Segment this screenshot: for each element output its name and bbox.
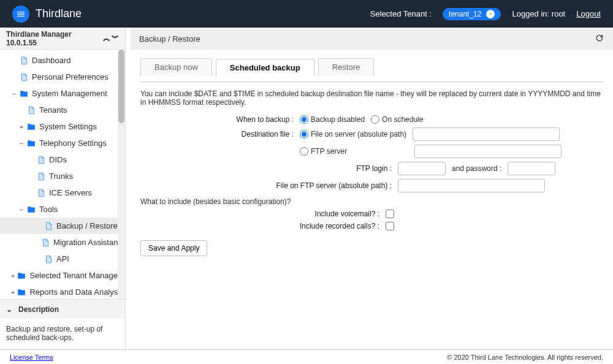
logged-in-label: Logged in: root (512, 9, 565, 18)
nav-item-label: ICE Servers (49, 188, 92, 197)
label-ftp-file: File on FTP server (absolute path) : (140, 181, 398, 190)
nav-item[interactable]: Dashboard (0, 52, 125, 69)
help-text: You can include $DATE and $TIME in sched… (140, 89, 603, 107)
expand-icon[interactable]: + (18, 123, 25, 131)
input-ftp-server[interactable] (414, 145, 562, 158)
radio-file-on-server[interactable]: File on server (absolute path) (300, 130, 406, 138)
input-ftp-login[interactable] (398, 162, 446, 175)
nav-item-label: Migration Assistant (53, 238, 120, 247)
main-panel: Backup / Restore Backup nowScheduled bac… (126, 28, 613, 349)
input-ftp-file-path[interactable] (398, 179, 545, 192)
nav-item[interactable]: DIDs (0, 151, 125, 168)
collapse-icon[interactable]: − (11, 90, 17, 97)
sidebar: Thirdlane Manager 10.0.1.55 ︽ ︾ Dashboar… (0, 28, 126, 349)
nav-item-label: System Management (32, 89, 107, 98)
input-file-on-server-path[interactable] (413, 127, 560, 141)
label-when-to-backup: When to backup : (140, 115, 300, 124)
license-terms-link[interactable]: License Terms (10, 354, 53, 361)
checkbox-include-voicemail[interactable] (386, 210, 394, 218)
nav-item-label: Tenants (39, 105, 67, 115)
nav-item-label: Selected Tenant Managem… (29, 271, 125, 280)
nav-item[interactable]: −System Management (0, 85, 125, 102)
save-and-apply-button[interactable]: Save and Apply (140, 240, 207, 256)
nav-item-label: System Settings (39, 122, 97, 131)
sidebar-title: Thirdlane Manager 10.0.1.55 (6, 30, 103, 47)
label-destination-file: Destination file : (140, 130, 300, 138)
page-icon (37, 189, 45, 197)
page-icon (44, 222, 53, 230)
nav-item[interactable]: Tenants (0, 102, 125, 118)
page-icon (41, 238, 50, 247)
refresh-icon[interactable] (595, 33, 604, 45)
expand-icon[interactable]: + (11, 289, 15, 296)
tab-scheduled-backup[interactable]: Scheduled backup (216, 59, 314, 77)
nav-item-label: Telephony Settings (39, 138, 107, 148)
label-what-to-include: What to include (besides basic configura… (140, 197, 603, 206)
page-icon (44, 255, 53, 264)
description-body: Backup and restore, set-up of scheduled … (0, 319, 125, 349)
nav-item-label: Dashboard (32, 56, 71, 65)
expand-all-icon[interactable]: ︾ (112, 33, 119, 44)
chevron-down-icon (486, 10, 495, 18)
sidebar-header: Thirdlane Manager 10.0.1.55 ︽ ︾ (0, 28, 125, 50)
nav-item[interactable]: Migration Assistant (0, 234, 125, 251)
tab-restore[interactable]: Restore (318, 58, 375, 76)
folder-icon (17, 288, 26, 297)
label-ftp-login: FTP login : (140, 164, 398, 173)
nav-item[interactable]: −Telephony Settings (0, 135, 125, 151)
label-include-voicemail: Include voicemail? : (140, 210, 386, 218)
collapse-icon[interactable]: − (18, 206, 25, 213)
nav-item[interactable]: +Selected Tenant Managem… (0, 267, 125, 284)
tenant-selector[interactable]: tenant_12 (443, 8, 501, 20)
checkbox-include-recorded[interactable] (386, 222, 394, 230)
nav-item-label: Reports and Data Analysiss (29, 287, 125, 297)
tenant-value: tenant_12 (449, 10, 481, 18)
radio-backup-disabled[interactable]: Backup disabled (300, 115, 365, 124)
nav-item[interactable]: Backup / Restore (0, 218, 125, 234)
nav-item-label: Trunks (49, 172, 73, 181)
top-bar: Thirdlane Selected Tenant : tenant_12 Lo… (0, 0, 613, 28)
brand-logo (12, 6, 29, 23)
folder-icon (27, 123, 36, 131)
page-icon (37, 172, 45, 181)
nav-item-label: Tools (39, 205, 58, 214)
tab-bar: Backup nowScheduled backupRestore (140, 58, 603, 76)
radio-ftp-server[interactable]: FTP server (300, 147, 347, 156)
collapse-all-icon[interactable]: ︽ (103, 33, 110, 44)
input-ftp-password[interactable] (508, 162, 555, 175)
page-icon (37, 156, 45, 164)
label-include-recorded: Include recorded calls? : (140, 222, 386, 230)
folder-icon (27, 139, 36, 148)
chevron-down-icon: ⌄ (6, 305, 12, 314)
label-and-password: and password : (452, 164, 501, 173)
nav-item[interactable]: +Reports and Data Analysiss (0, 284, 125, 299)
scrollbar-thumb[interactable] (118, 50, 124, 123)
nav-item-label: DIDs (49, 155, 67, 164)
brand-name: Thirdlane (36, 7, 82, 20)
nav-item[interactable]: +System Settings (0, 118, 125, 135)
logout-link[interactable]: Logout (576, 9, 601, 18)
page-icon (20, 73, 28, 82)
nav-item-label: API (56, 254, 69, 264)
page-icon (27, 106, 36, 115)
radio-on-schedule[interactable]: On schedule (371, 115, 423, 124)
selected-tenant-label: Selected Tenant : (370, 9, 432, 18)
nav-item[interactable]: Personal Preferences (0, 69, 125, 85)
footer: License Terms © 2020 Third Lane Technolo… (0, 349, 613, 364)
scrollbar[interactable] (118, 50, 125, 299)
nav-item[interactable]: −Tools (0, 201, 125, 218)
nav-item[interactable]: ICE Servers (0, 184, 125, 201)
description-header[interactable]: ⌄ Description (0, 299, 125, 319)
nav-tree: DashboardPersonal Preferences−System Man… (0, 50, 125, 299)
page-icon (20, 56, 28, 65)
tab-backup-now[interactable]: Backup now (140, 58, 212, 76)
collapse-icon[interactable]: − (18, 140, 25, 147)
nav-item-label: Backup / Restore (56, 221, 118, 230)
expand-icon[interactable]: + (11, 272, 15, 279)
folder-icon (27, 205, 36, 214)
nav-item[interactable]: API (0, 251, 125, 267)
page-header: Backup / Restore (131, 28, 613, 50)
folder-icon (20, 89, 28, 98)
folder-icon (17, 271, 26, 280)
nav-item[interactable]: Trunks (0, 168, 125, 184)
